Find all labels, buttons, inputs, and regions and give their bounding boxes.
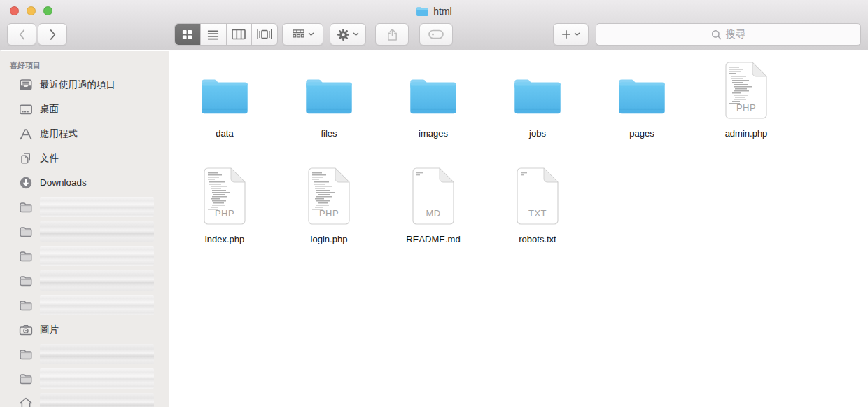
folder-icon bbox=[382, 62, 485, 119]
item-login-php[interactable]: PHP login.php bbox=[277, 167, 381, 244]
sidebar: 喜好項目 最近使用過的項目 桌面 應用程式 文件 Downloads bbox=[0, 51, 169, 407]
folder-icon bbox=[19, 249, 33, 263]
sidebar-item-redacted[interactable] bbox=[0, 293, 169, 317]
sidebar-item-redacted[interactable] bbox=[0, 195, 169, 219]
window-title: html bbox=[433, 6, 451, 17]
item-label: pages bbox=[629, 128, 654, 139]
view-column-button[interactable] bbox=[227, 24, 253, 45]
chevron-down-icon bbox=[353, 32, 359, 36]
folder-icon bbox=[19, 347, 33, 361]
sidebar-item-desktop[interactable]: 桌面 bbox=[0, 97, 169, 121]
sidebar-item-label: Downloads bbox=[40, 177, 87, 188]
item-label: jobs bbox=[529, 128, 546, 139]
view-coverflow-button[interactable] bbox=[252, 24, 277, 45]
coverflow-view-icon bbox=[257, 29, 272, 40]
search-icon bbox=[711, 29, 722, 40]
php-file-icon: PHP bbox=[173, 167, 276, 225]
search-input[interactable]: 搜尋 bbox=[596, 23, 861, 46]
item-index-php[interactable]: PHP index.php bbox=[173, 167, 276, 244]
item-label: files bbox=[321, 128, 337, 139]
sidebar-item-label: 文件 bbox=[40, 152, 59, 165]
applications-icon bbox=[19, 127, 33, 141]
sidebar-section-header: 喜好項目 bbox=[10, 60, 169, 71]
folder-proxy-icon bbox=[416, 6, 429, 17]
view-icon-button[interactable] bbox=[175, 24, 201, 45]
sidebar-item-redacted[interactable] bbox=[0, 219, 169, 244]
item-robots-txt[interactable]: TXT robots.txt bbox=[486, 167, 589, 244]
tag-icon bbox=[428, 29, 444, 39]
item-label: index.php bbox=[205, 234, 244, 244]
sidebar-item-redacted[interactable] bbox=[0, 268, 169, 293]
forward-button[interactable] bbox=[38, 23, 67, 46]
back-button[interactable] bbox=[7, 23, 36, 46]
window-title-area: html bbox=[0, 4, 868, 18]
redacted-label-bar bbox=[40, 368, 154, 389]
chevron-left-icon bbox=[18, 29, 26, 41]
file-type-badge: TXT bbox=[486, 208, 589, 219]
item-readme-md[interactable]: MD README.md bbox=[382, 167, 485, 244]
grid-view-icon bbox=[181, 29, 193, 41]
search-placeholder: 搜尋 bbox=[726, 28, 746, 41]
file-type-badge: MD bbox=[382, 208, 485, 219]
arrange-button[interactable] bbox=[282, 23, 323, 46]
md-file-icon: MD bbox=[382, 167, 485, 225]
folder-icon bbox=[173, 62, 276, 119]
item-data-folder[interactable]: data bbox=[173, 62, 276, 139]
sidebar-item-label: 應用程式 bbox=[40, 127, 78, 140]
window-header: html bbox=[0, 0, 868, 50]
php-file-icon: PHP bbox=[277, 167, 381, 225]
redacted-label-bar bbox=[40, 246, 154, 266]
arrange-icon bbox=[292, 29, 305, 41]
new-folder-button[interactable] bbox=[553, 23, 589, 46]
item-label: admin.php bbox=[725, 128, 768, 139]
item-pages-folder[interactable]: pages bbox=[590, 62, 694, 139]
sidebar-item-home[interactable] bbox=[0, 391, 169, 407]
sidebar-item-redacted[interactable] bbox=[0, 366, 169, 391]
folder-icon bbox=[19, 372, 33, 386]
item-jobs-folder[interactable]: jobs bbox=[486, 62, 589, 139]
chevron-down-icon bbox=[308, 32, 314, 36]
desktop-icon bbox=[19, 102, 33, 116]
action-button[interactable] bbox=[330, 23, 366, 46]
item-images-folder[interactable]: images bbox=[382, 62, 485, 139]
sidebar-item-label: 桌面 bbox=[40, 103, 59, 116]
redacted-label-bar bbox=[40, 344, 154, 364]
sidebar-item-downloads[interactable]: Downloads bbox=[0, 170, 169, 195]
share-button[interactable] bbox=[375, 23, 409, 46]
file-type-badge: PHP bbox=[694, 102, 798, 113]
folder-icon bbox=[590, 62, 694, 119]
recents-icon bbox=[19, 78, 33, 92]
sidebar-item-label: 圖片 bbox=[40, 324, 59, 336]
item-label: login.php bbox=[311, 234, 348, 244]
file-type-badge: PHP bbox=[173, 208, 276, 219]
camera-icon bbox=[19, 323, 33, 337]
item-files-folder[interactable]: files bbox=[277, 62, 381, 139]
downloads-icon bbox=[19, 176, 33, 190]
item-admin-php[interactable]: PHP admin.php bbox=[694, 62, 798, 139]
gear-icon bbox=[337, 28, 350, 41]
item-label: images bbox=[419, 128, 448, 139]
finder-window: html bbox=[0, 0, 868, 407]
redacted-label-bar bbox=[40, 393, 154, 407]
share-icon bbox=[386, 28, 398, 41]
sidebar-item-redacted[interactable] bbox=[0, 342, 169, 366]
sidebar-item-redacted[interactable] bbox=[0, 244, 169, 268]
chevron-right-icon bbox=[49, 29, 57, 41]
chevron-down-icon bbox=[574, 32, 580, 36]
folder-icon bbox=[19, 225, 33, 239]
sidebar-item-recents[interactable]: 最近使用過的項目 bbox=[0, 72, 169, 97]
php-file-icon: PHP bbox=[694, 62, 798, 119]
sidebar-item-applications[interactable]: 應用程式 bbox=[0, 121, 169, 146]
sidebar-item-pictures[interactable]: 圖片 bbox=[0, 317, 169, 342]
documents-icon bbox=[19, 151, 33, 165]
item-label: robots.txt bbox=[519, 234, 556, 244]
redacted-label-bar bbox=[40, 197, 154, 217]
sidebar-item-documents[interactable]: 文件 bbox=[0, 146, 169, 170]
folder-icon bbox=[486, 62, 589, 119]
view-list-button[interactable] bbox=[201, 24, 227, 45]
tag-button[interactable] bbox=[419, 23, 453, 46]
home-icon bbox=[19, 396, 33, 407]
file-type-badge: PHP bbox=[277, 208, 381, 219]
folder-icon bbox=[19, 200, 33, 214]
txt-file-icon: TXT bbox=[486, 167, 589, 225]
